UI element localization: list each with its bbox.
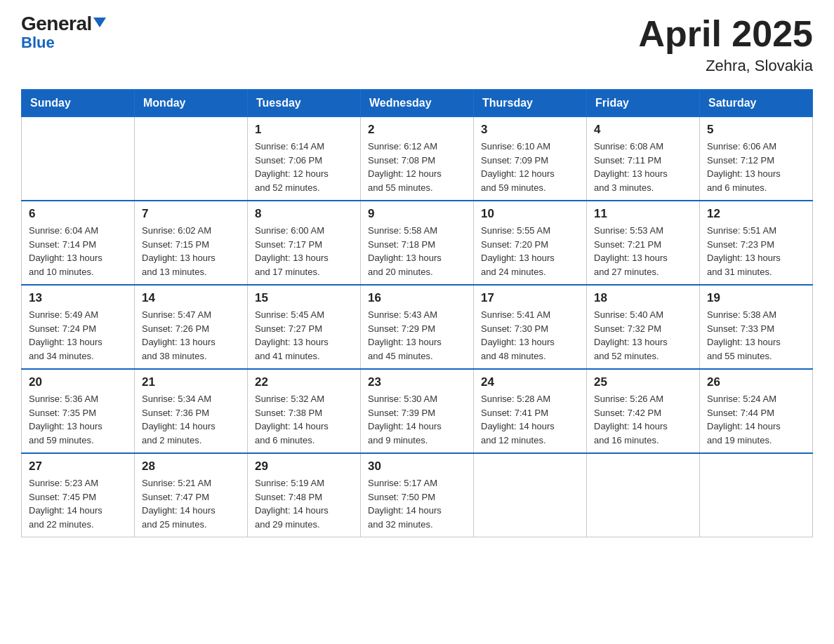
weekday-header-sunday: Sunday — [22, 90, 135, 117]
day-number: 15 — [255, 291, 353, 305]
day-info: Sunrise: 5:49 AMSunset: 7:24 PMDaylight:… — [29, 308, 127, 363]
day-info: Sunrise: 6:08 AMSunset: 7:11 PMDaylight:… — [594, 140, 692, 194]
calendar-cell: 17Sunrise: 5:41 AMSunset: 7:30 PMDayligh… — [474, 285, 587, 369]
day-number: 30 — [368, 459, 466, 474]
location-subtitle: Zehra, Slovakia — [638, 57, 813, 75]
calendar-cell: 14Sunrise: 5:47 AMSunset: 7:26 PMDayligh… — [135, 285, 248, 369]
calendar-cell: 24Sunrise: 5:28 AMSunset: 7:41 PMDayligh… — [474, 369, 587, 453]
calendar-cell — [474, 453, 587, 537]
weekday-header-tuesday: Tuesday — [248, 90, 361, 117]
month-year-title: April 2025 — [638, 14, 813, 54]
day-number: 28 — [142, 459, 240, 474]
day-info: Sunrise: 6:14 AMSunset: 7:06 PMDaylight:… — [255, 140, 353, 194]
weekday-header-row: SundayMondayTuesdayWednesdayThursdayFrid… — [22, 90, 813, 117]
calendar-cell: 4Sunrise: 6:08 AMSunset: 7:11 PMDaylight… — [587, 117, 700, 201]
day-number: 25 — [594, 375, 692, 389]
calendar-cell: 5Sunrise: 6:06 AMSunset: 7:12 PMDaylight… — [700, 117, 813, 201]
day-number: 12 — [707, 207, 805, 221]
calendar-week-row: 13Sunrise: 5:49 AMSunset: 7:24 PMDayligh… — [22, 285, 813, 369]
calendar-cell: 15Sunrise: 5:45 AMSunset: 7:27 PMDayligh… — [248, 285, 361, 369]
day-info: Sunrise: 5:28 AMSunset: 7:41 PMDaylight:… — [481, 392, 579, 447]
day-info: Sunrise: 5:58 AMSunset: 7:18 PMDaylight:… — [368, 224, 466, 279]
day-number: 23 — [368, 375, 466, 389]
calendar-table: SundayMondayTuesdayWednesdayThursdayFrid… — [21, 89, 813, 537]
day-number: 20 — [29, 375, 127, 389]
calendar-cell: 16Sunrise: 5:43 AMSunset: 7:29 PMDayligh… — [361, 285, 474, 369]
day-number: 18 — [594, 291, 692, 305]
calendar-week-row: 27Sunrise: 5:23 AMSunset: 7:45 PMDayligh… — [22, 453, 813, 537]
weekday-header-saturday: Saturday — [700, 90, 813, 117]
calendar-cell: 13Sunrise: 5:49 AMSunset: 7:24 PMDayligh… — [22, 285, 135, 369]
logo-blue-text: Blue — [21, 35, 55, 51]
day-info: Sunrise: 6:10 AMSunset: 7:09 PMDaylight:… — [481, 140, 579, 194]
day-number: 2 — [368, 123, 466, 137]
calendar-cell: 2Sunrise: 6:12 AMSunset: 7:08 PMDaylight… — [361, 117, 474, 201]
title-block: April 2025 Zehra, Slovakia — [638, 14, 813, 75]
day-number: 29 — [255, 459, 353, 474]
day-info: Sunrise: 5:23 AMSunset: 7:45 PMDaylight:… — [29, 476, 127, 531]
day-number: 14 — [142, 291, 240, 305]
day-info: Sunrise: 5:24 AMSunset: 7:44 PMDaylight:… — [707, 392, 805, 447]
day-number: 26 — [707, 375, 805, 389]
calendar-cell: 9Sunrise: 5:58 AMSunset: 7:18 PMDaylight… — [361, 201, 474, 285]
day-info: Sunrise: 5:47 AMSunset: 7:26 PMDaylight:… — [142, 308, 240, 363]
calendar-cell: 10Sunrise: 5:55 AMSunset: 7:20 PMDayligh… — [474, 201, 587, 285]
day-number: 8 — [255, 207, 353, 221]
day-number: 10 — [481, 207, 579, 221]
calendar-cell — [135, 117, 248, 201]
calendar-week-row: 20Sunrise: 5:36 AMSunset: 7:35 PMDayligh… — [22, 369, 813, 453]
day-info: Sunrise: 5:30 AMSunset: 7:39 PMDaylight:… — [368, 392, 466, 447]
day-number: 3 — [481, 123, 579, 137]
calendar-cell: 20Sunrise: 5:36 AMSunset: 7:35 PMDayligh… — [22, 369, 135, 453]
calendar-cell: 11Sunrise: 5:53 AMSunset: 7:21 PMDayligh… — [587, 201, 700, 285]
day-number: 7 — [142, 207, 240, 221]
page-header: General Blue April 2025 Zehra, Slovakia — [21, 14, 813, 75]
day-number: 22 — [255, 375, 353, 389]
day-info: Sunrise: 6:06 AMSunset: 7:12 PMDaylight:… — [707, 140, 805, 194]
logo: General Blue — [21, 14, 106, 51]
calendar-cell: 8Sunrise: 6:00 AMSunset: 7:17 PMDaylight… — [248, 201, 361, 285]
day-info: Sunrise: 5:55 AMSunset: 7:20 PMDaylight:… — [481, 224, 579, 279]
calendar-cell: 30Sunrise: 5:17 AMSunset: 7:50 PMDayligh… — [361, 453, 474, 537]
calendar-cell: 23Sunrise: 5:30 AMSunset: 7:39 PMDayligh… — [361, 369, 474, 453]
day-number: 11 — [594, 207, 692, 221]
day-number: 6 — [29, 207, 127, 221]
calendar-cell: 18Sunrise: 5:40 AMSunset: 7:32 PMDayligh… — [587, 285, 700, 369]
calendar-cell: 26Sunrise: 5:24 AMSunset: 7:44 PMDayligh… — [700, 369, 813, 453]
logo-triangle-icon — [93, 18, 106, 27]
weekday-header-monday: Monday — [135, 90, 248, 117]
day-number: 21 — [142, 375, 240, 389]
day-number: 9 — [368, 207, 466, 221]
day-info: Sunrise: 5:34 AMSunset: 7:36 PMDaylight:… — [142, 392, 240, 447]
calendar-cell — [587, 453, 700, 537]
logo-general-text: General — [21, 14, 92, 34]
calendar-cell: 6Sunrise: 6:04 AMSunset: 7:14 PMDaylight… — [22, 201, 135, 285]
day-number: 1 — [255, 123, 353, 137]
day-info: Sunrise: 5:32 AMSunset: 7:38 PMDaylight:… — [255, 392, 353, 447]
day-info: Sunrise: 5:38 AMSunset: 7:33 PMDaylight:… — [707, 308, 805, 363]
day-info: Sunrise: 5:40 AMSunset: 7:32 PMDaylight:… — [594, 308, 692, 363]
calendar-cell: 25Sunrise: 5:26 AMSunset: 7:42 PMDayligh… — [587, 369, 700, 453]
calendar-cell: 28Sunrise: 5:21 AMSunset: 7:47 PMDayligh… — [135, 453, 248, 537]
weekday-header-friday: Friday — [587, 90, 700, 117]
calendar-cell — [22, 117, 135, 201]
calendar-cell: 19Sunrise: 5:38 AMSunset: 7:33 PMDayligh… — [700, 285, 813, 369]
calendar-cell: 3Sunrise: 6:10 AMSunset: 7:09 PMDaylight… — [474, 117, 587, 201]
day-info: Sunrise: 5:43 AMSunset: 7:29 PMDaylight:… — [368, 308, 466, 363]
day-number: 27 — [29, 459, 127, 474]
calendar-cell: 21Sunrise: 5:34 AMSunset: 7:36 PMDayligh… — [135, 369, 248, 453]
calendar-cell — [700, 453, 813, 537]
day-info: Sunrise: 5:26 AMSunset: 7:42 PMDaylight:… — [594, 392, 692, 447]
day-number: 17 — [481, 291, 579, 305]
day-number: 5 — [707, 123, 805, 137]
day-number: 16 — [368, 291, 466, 305]
day-info: Sunrise: 5:41 AMSunset: 7:30 PMDaylight:… — [481, 308, 579, 363]
day-number: 24 — [481, 375, 579, 389]
day-info: Sunrise: 5:51 AMSunset: 7:23 PMDaylight:… — [707, 224, 805, 279]
calendar-cell: 22Sunrise: 5:32 AMSunset: 7:38 PMDayligh… — [248, 369, 361, 453]
calendar-cell: 29Sunrise: 5:19 AMSunset: 7:48 PMDayligh… — [248, 453, 361, 537]
day-info: Sunrise: 5:36 AMSunset: 7:35 PMDaylight:… — [29, 392, 127, 447]
calendar-cell: 12Sunrise: 5:51 AMSunset: 7:23 PMDayligh… — [700, 201, 813, 285]
calendar-cell: 1Sunrise: 6:14 AMSunset: 7:06 PMDaylight… — [248, 117, 361, 201]
day-info: Sunrise: 5:45 AMSunset: 7:27 PMDaylight:… — [255, 308, 353, 363]
